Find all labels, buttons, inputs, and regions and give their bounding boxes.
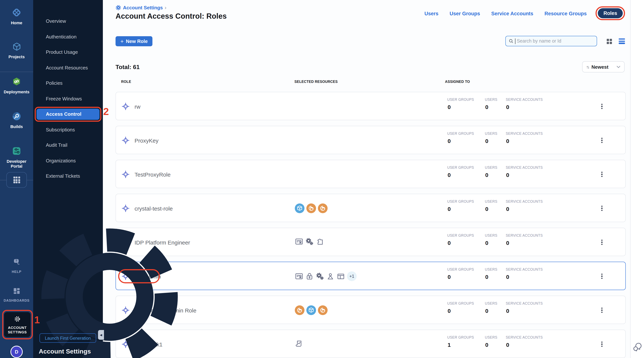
sidenav-item-organizations[interactable]: Organizations xyxy=(36,155,100,166)
sidenav-item-subscriptions[interactable]: Subscriptions xyxy=(36,124,100,135)
sidenav-item-overview[interactable]: Overview xyxy=(36,16,100,27)
rail-item-projects[interactable]: Projects xyxy=(0,42,33,59)
breadcrumb[interactable]: Account Settings › xyxy=(116,5,166,11)
tab-roles[interactable]: Roles xyxy=(598,8,623,18)
rail-item-deployments[interactable]: Deployments xyxy=(0,77,33,94)
role-row-rw[interactable]: rw USER GROUPS USERS SERVICE ACCOUNTS 0 … xyxy=(116,92,626,120)
users-label: USERS xyxy=(485,199,499,204)
role-name: TestProxyRole xyxy=(134,171,170,178)
tab-service-accounts[interactable]: Service Accounts xyxy=(491,11,533,16)
help-icon: ? xyxy=(12,258,21,267)
chevron-down-icon xyxy=(616,66,620,68)
service-accounts-count: 0 xyxy=(506,308,509,314)
service-accounts-label: SERVICE ACCOUNTS xyxy=(506,165,547,169)
lock-icon xyxy=(305,272,314,281)
rail-item-home[interactable]: Home xyxy=(0,8,33,25)
sidebar-collapse-toggle[interactable]: ◀ xyxy=(98,330,104,340)
apps-grid-icon xyxy=(13,176,20,183)
builds-icon xyxy=(12,111,22,121)
developer-portal-icon xyxy=(12,146,22,156)
rail-item-developer-portal[interactable]: Developer Portal xyxy=(0,146,33,168)
role-row-idp-admin[interactable]: IDP Admin +1 USER GROUPS USERS SERVICE A… xyxy=(116,262,626,290)
person-icon xyxy=(326,272,335,281)
annotation-number-2: 2 xyxy=(103,106,109,118)
role-row-idp-platform-engineer[interactable]: IDP Platform Engineer USER GROUPS USERS … xyxy=(116,228,626,256)
row-menu-kebab-icon[interactable] xyxy=(599,272,605,281)
row-menu-kebab-icon[interactable] xyxy=(599,306,605,315)
more-resources-chip[interactable]: +1 xyxy=(347,271,357,281)
selected-resources xyxy=(295,339,303,348)
sidenav-item-external-tickets[interactable]: External Tickets xyxy=(36,170,100,182)
rail-item-dashboards[interactable]: DASHBOARDS xyxy=(0,287,33,303)
grid-view-toggle[interactable] xyxy=(607,39,612,44)
breadcrumb-separator: › xyxy=(165,5,166,11)
text-cursor xyxy=(515,38,515,44)
tab-user-groups[interactable]: User Groups xyxy=(450,11,480,16)
sidenav-item-product-usage[interactable]: Product Usage xyxy=(36,47,100,58)
row-menu-kebab-icon[interactable] xyxy=(599,170,605,179)
gear-icon xyxy=(116,5,121,10)
role-row-proxykey[interactable]: ProxyKey USER GROUPS USERS SERVICE ACCOU… xyxy=(116,126,626,154)
role-name: ProxyKey xyxy=(134,137,158,144)
users-label: USERS xyxy=(485,165,499,169)
service-accounts-count: 0 xyxy=(506,240,509,246)
new-role-button[interactable]: + New Role xyxy=(116,36,152,46)
row-menu-kebab-icon[interactable] xyxy=(599,136,605,145)
row-menu-kebab-icon[interactable] xyxy=(599,238,605,247)
apps-grid-button[interactable] xyxy=(6,172,27,188)
cube-badge-icon xyxy=(295,204,304,213)
home-icon xyxy=(12,8,22,18)
role-crosshair-icon xyxy=(121,204,130,213)
gears-icon xyxy=(316,272,324,281)
service-accounts-count: 0 xyxy=(506,274,509,280)
settings-menu: OverviewAuthenticationProduct UsageAccou… xyxy=(33,16,103,186)
search-input[interactable] xyxy=(517,39,594,44)
flag-badge-icon xyxy=(318,204,328,213)
launch-first-generation-button[interactable]: Launch First Generation xyxy=(40,333,96,343)
tab-users[interactable]: Users xyxy=(424,11,438,16)
user-groups-label: USER GROUPS xyxy=(447,267,477,271)
breadcrumb-link[interactable]: Account Settings xyxy=(123,5,163,10)
list-view-toggle[interactable] xyxy=(619,39,625,44)
row-menu-kebab-icon[interactable] xyxy=(599,340,605,349)
sidenav-item-policies[interactable]: Policies xyxy=(36,78,100,89)
role-row-crystal-test-role[interactable]: crystal-test-role USER GROUPS USERS SERV… xyxy=(116,194,626,222)
dashboards-icon xyxy=(12,287,21,295)
sort-dropdown[interactable]: ↑↓ Newest xyxy=(582,61,624,72)
row-menu-kebab-icon[interactable] xyxy=(599,204,605,213)
role-row-testproxyrole[interactable]: TestProxyRole USER GROUPS USERS SERVICE … xyxy=(116,160,626,188)
users-count: 0 xyxy=(485,274,488,280)
sidenav-item-freeze-windows[interactable]: Freeze Windows xyxy=(36,93,100,104)
row-menu-kebab-icon[interactable] xyxy=(599,102,605,111)
service-accounts-count: 0 xyxy=(506,206,509,212)
avatar[interactable]: D xyxy=(10,346,23,358)
rail-item-help[interactable]: ? HELP xyxy=(0,258,33,274)
users-label: USERS xyxy=(485,131,499,135)
rail-label: Projects xyxy=(0,55,33,59)
users-label: USERS xyxy=(485,233,499,237)
user-groups-count: 0 xyxy=(448,240,451,246)
rail-item-builds[interactable]: Builds xyxy=(0,111,33,129)
service-accounts-count: 0 xyxy=(506,341,509,348)
sidenav-item-audit-trail[interactable]: Audit Trail xyxy=(36,140,100,151)
service-accounts-label: SERVICE ACCOUNTS xyxy=(506,97,547,102)
chevron-left-icon: ◀ xyxy=(100,333,102,336)
service-accounts-label: SERVICE ACCOUNTS xyxy=(506,233,547,237)
sidenav-item-account-resources[interactable]: Account Resources xyxy=(36,62,100,73)
rail-divider xyxy=(0,72,33,72)
tab-resource-groups[interactable]: Resource Groups xyxy=(544,11,587,16)
search-box[interactable] xyxy=(505,36,597,46)
service-accounts-label: SERVICE ACCOUNTS xyxy=(506,131,547,135)
flag-badge-icon xyxy=(306,204,316,213)
rail-item-account-settings[interactable]: ACCOUNT SETTINGS xyxy=(4,312,30,337)
service-accounts-label: SERVICE ACCOUNTS xyxy=(506,267,547,271)
rail-label: ACCOUNT xyxy=(4,325,30,330)
user-groups-count: 0 xyxy=(448,172,451,178)
users-count: 0 xyxy=(485,138,488,144)
role-row-customsk1[interactable]: Customsk1 USER GROUPS USERS SERVICE ACCO… xyxy=(116,330,626,358)
role-row-feature-flag-admin-role[interactable]: Feature Flag Admin Role USER GROUPS USER… xyxy=(116,296,626,324)
chat-support-button[interactable] xyxy=(632,342,642,353)
sidenav-item-access-control[interactable]: Access Control xyxy=(36,109,100,120)
role-crosshair-icon xyxy=(121,170,130,179)
sidenav-item-authentication[interactable]: Authentication xyxy=(36,31,100,42)
